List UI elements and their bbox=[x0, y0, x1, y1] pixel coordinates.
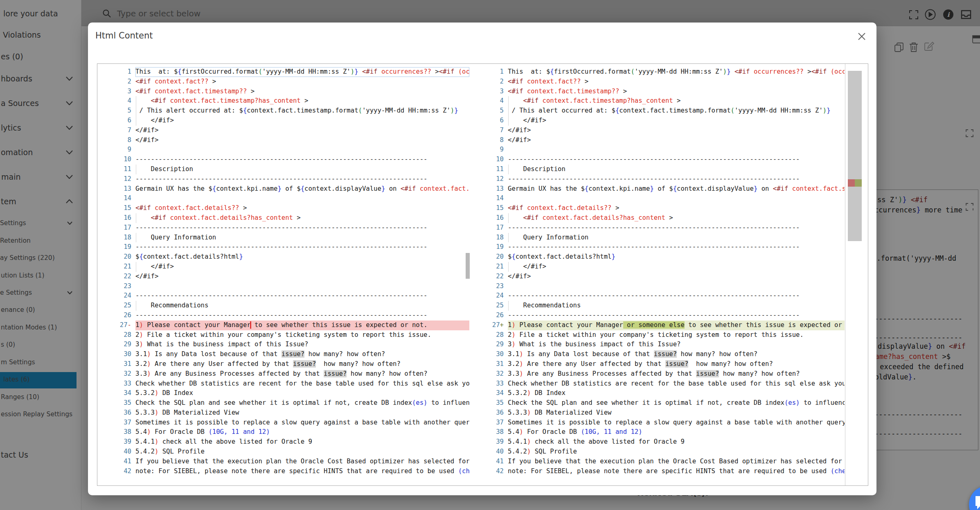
line-content[interactable]: ----------------------------------------… bbox=[508, 223, 845, 233]
line-content[interactable]: <#if context.fact?? > bbox=[135, 77, 469, 87]
line-content[interactable]: 3.3) Are any Business Processes affected… bbox=[135, 369, 469, 379]
code-line: 385.4) For Oracle DB (10G, 11 and 12) bbox=[487, 427, 845, 437]
line-content[interactable]: Sometimes it is possible to replace a sl… bbox=[508, 418, 845, 428]
right-panel-scrollbar[interactable] bbox=[845, 64, 868, 485]
line-content[interactable]: 3.2) Are there any User affected by that… bbox=[508, 359, 845, 369]
line-content[interactable]: ----------------------------------------… bbox=[508, 155, 845, 165]
line-content[interactable]: 5.3.2) DB Index bbox=[135, 388, 469, 398]
left-panel-scrollbar-thumb[interactable] bbox=[466, 253, 470, 279]
line-content[interactable]: ${context.fact.details?html} bbox=[135, 252, 469, 262]
line-content[interactable]: If you believe that the execution plan t… bbox=[135, 457, 469, 467]
line-content[interactable]: </#if> bbox=[135, 135, 469, 145]
line-content[interactable]: note: For SIEBEL, please note there are … bbox=[135, 467, 469, 476]
line-content[interactable]: If you believe that the execution plan t… bbox=[508, 457, 845, 467]
line-content[interactable]: ----------------------------------------… bbox=[135, 174, 469, 184]
diff-left-panel[interactable]: 1This at: ${firstOccurred.format('yyyy-M… bbox=[97, 64, 469, 485]
line-content[interactable]: ----------------------------------------… bbox=[135, 155, 469, 165]
line-content[interactable]: Germain UX has the ${context.kpi.name} o… bbox=[135, 184, 469, 194]
line-content[interactable]: ----------------------------------------… bbox=[135, 242, 469, 252]
line-content[interactable]: <#if context.fact?? > bbox=[508, 77, 845, 87]
line-content[interactable]: </#if> bbox=[508, 116, 845, 126]
line-content[interactable]: ----------------------------------------… bbox=[135, 223, 469, 233]
line-content[interactable]: </#if> bbox=[135, 116, 469, 126]
line-content[interactable]: </#if> bbox=[135, 126, 469, 135]
line-content[interactable]: This at: ${firstOccurred.format('yyyy-MM… bbox=[135, 67, 469, 77]
scrollbar-thumb[interactable] bbox=[848, 71, 862, 241]
line-content[interactable]: 5.4.2) SQL Profile bbox=[135, 447, 469, 457]
line-content[interactable]: Recommendations bbox=[135, 301, 469, 311]
line-content[interactable]: 5.4.2) SQL Profile bbox=[508, 447, 845, 457]
line-content[interactable]: 3) What is the business impact of this I… bbox=[135, 340, 469, 350]
line-content[interactable]: 5.4.1) check all the above listed for Or… bbox=[508, 437, 845, 447]
line-content[interactable]: ----------------------------------------… bbox=[508, 174, 845, 184]
line-content[interactable]: Germain UX has the ${context.kpi.name} o… bbox=[508, 184, 845, 194]
line-content[interactable]: / This alert occurred at: ${context.fact… bbox=[508, 106, 845, 116]
line-content[interactable]: Description bbox=[135, 165, 469, 174]
line-content[interactable]: 5.4) For Oracle DB (10G, 11 and 12) bbox=[508, 427, 845, 437]
line-content[interactable] bbox=[135, 145, 469, 155]
line-content[interactable]: 5.3.3) DB Materialized View bbox=[135, 408, 469, 418]
line-content[interactable]: 3.3) Are any Business Processes affected… bbox=[508, 369, 845, 379]
line-content[interactable]: 3.1) Is any Data lost because of that is… bbox=[135, 350, 469, 359]
line-content[interactable]: </#if> bbox=[135, 272, 469, 282]
line-content[interactable]: <#if context.fact.timestamp?has_content … bbox=[508, 96, 845, 106]
line-content[interactable]: Check the SQL plan and see whether it is… bbox=[508, 398, 845, 408]
line-content[interactable]: <#if context.fact.details?has_content > bbox=[508, 213, 845, 223]
line-content[interactable]: <#if context.fact.timestamp?has_content … bbox=[135, 96, 469, 106]
line-content[interactable]: ----------------------------------------… bbox=[508, 311, 845, 320]
line-content[interactable]: 5.3.3) DB Materialized View bbox=[508, 408, 845, 418]
line-content[interactable]: This at: ${firstOccurred.format('yyyy-MM… bbox=[508, 67, 845, 77]
line-content[interactable]: <#if context.fact.timestamp?? > bbox=[135, 87, 469, 97]
line-content[interactable]: Query Information bbox=[135, 233, 469, 243]
line-content[interactable]: / This alert occurred at: ${context.fact… bbox=[135, 106, 469, 116]
line-content[interactable]: </#if> bbox=[508, 135, 845, 145]
line-content[interactable] bbox=[508, 145, 845, 155]
line-number: 2 bbox=[97, 77, 135, 87]
line-content[interactable]: 5.3.2) DB Index bbox=[508, 388, 845, 398]
code-line: 303.1) Is any Data lost because of that … bbox=[97, 350, 469, 359]
line-content[interactable]: </#if> bbox=[508, 272, 845, 282]
line-content[interactable]: Recommendations bbox=[508, 301, 845, 311]
line-content[interactable] bbox=[508, 194, 845, 203]
line-content[interactable]: ${context.fact.details?html} bbox=[508, 252, 845, 262]
line-content[interactable]: </#if> bbox=[135, 262, 469, 272]
line-content[interactable]: Query Information bbox=[508, 233, 845, 243]
line-content[interactable]: 1) Please contact your Manager or someon… bbox=[508, 320, 845, 330]
line-content[interactable]: 1) Please contact your Manager to see wh… bbox=[135, 320, 469, 330]
line-content[interactable]: Sometimes it is possible to replace a sl… bbox=[135, 418, 469, 428]
line-content[interactable]: <#if context.fact.details?? > bbox=[508, 203, 845, 213]
line-content[interactable]: 5.4) For Oracle DB (10G, 11 and 12) bbox=[135, 427, 469, 437]
line-content[interactable]: 5.4.1) check all the above listed for Or… bbox=[135, 437, 469, 447]
line-content[interactable]: <#if context.fact.timestamp?? > bbox=[508, 87, 845, 97]
line-content[interactable]: ----------------------------------------… bbox=[508, 291, 845, 301]
line-content[interactable]: ----------------------------------------… bbox=[508, 242, 845, 252]
line-content[interactable]: Description bbox=[508, 165, 845, 174]
close-icon[interactable] bbox=[856, 31, 867, 42]
line-content[interactable]: 3.2) Are there any User affected by that… bbox=[135, 359, 469, 369]
line-content[interactable] bbox=[508, 282, 845, 291]
code-line: 4 <#if context.fact.timestamp?has_conten… bbox=[487, 96, 845, 106]
line-content[interactable]: 3) What is the business impact of this I… bbox=[508, 340, 845, 350]
line-content[interactable] bbox=[135, 194, 469, 203]
line-content[interactable]: Check whether DB statistics are recent f… bbox=[508, 379, 845, 389]
line-content[interactable]: Check whether DB statistics are recent f… bbox=[135, 379, 469, 389]
line-content[interactable]: Check the SQL plan and see whether it is… bbox=[135, 398, 469, 408]
line-content[interactable]: </#if> bbox=[508, 126, 845, 135]
line-content[interactable]: <#if context.fact.details?? > bbox=[135, 203, 469, 213]
line-content[interactable] bbox=[135, 282, 469, 291]
code-line: 37Sometimes it is possible to replace a … bbox=[97, 418, 469, 428]
line-content[interactable]: note: For SIEBEL, please note there are … bbox=[508, 467, 845, 476]
line-content[interactable]: 2) File a ticket within your company's t… bbox=[508, 330, 845, 340]
diff-right-panel[interactable]: 1This at: ${firstOccurred.format('yyyy-M… bbox=[487, 64, 845, 485]
line-content[interactable]: <#if context.fact.details?has_content > bbox=[135, 213, 469, 223]
line-content[interactable]: ----------------------------------------… bbox=[135, 311, 469, 320]
code-line: 42note: For SIEBEL, please note there ar… bbox=[487, 467, 845, 476]
line-content[interactable]: 2) File a ticket within your company's t… bbox=[135, 330, 469, 340]
code-line: 10--------------------------------------… bbox=[97, 155, 469, 165]
line-content[interactable]: 3.1) Is any Data lost because of that is… bbox=[508, 350, 845, 359]
line-content[interactable]: </#if> bbox=[508, 262, 845, 272]
line-number: 16 bbox=[97, 213, 135, 223]
line-content[interactable]: ----------------------------------------… bbox=[135, 291, 469, 301]
line-number: 9 bbox=[487, 145, 508, 155]
code-line: 1This at: ${firstOccurred.format('yyyy-M… bbox=[97, 67, 469, 77]
